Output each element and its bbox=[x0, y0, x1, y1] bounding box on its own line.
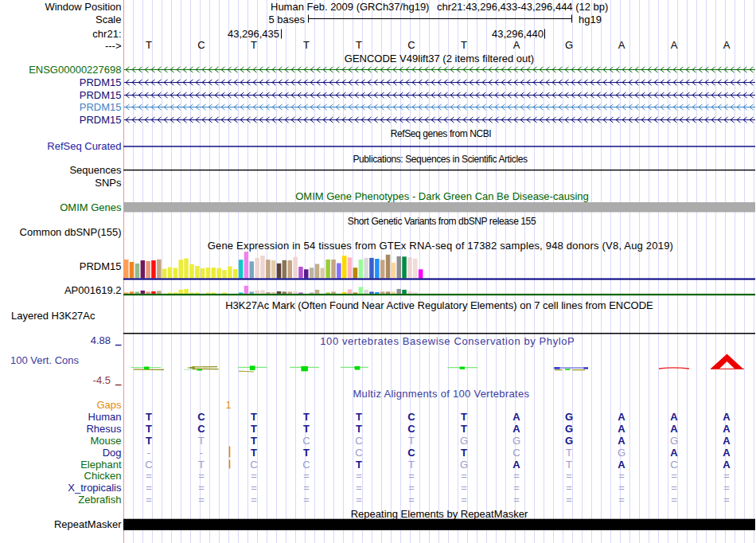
svg-text:T: T bbox=[146, 39, 152, 51]
svg-text:Zebrafish: Zebrafish bbox=[78, 494, 121, 506]
svg-text:Sequences: Sequences bbox=[69, 164, 122, 176]
svg-text:A: A bbox=[723, 39, 731, 51]
svg-text:4.88: 4.88 bbox=[91, 334, 111, 346]
svg-text:Rhesus: Rhesus bbox=[86, 423, 122, 435]
svg-text:chr21:43,296,433-43,296,444 (1: chr21:43,296,433-43,296,444 (12 bp) bbox=[437, 1, 608, 13]
svg-text:1: 1 bbox=[226, 400, 232, 411]
svg-text:100 vertebrates Basewise Conse: 100 vertebrates Basewise Conservation by… bbox=[320, 335, 575, 347]
svg-text:G: G bbox=[565, 39, 573, 51]
svg-text:Mouse: Mouse bbox=[90, 435, 121, 447]
svg-text:GENCODE V49lift37 (2 items fil: GENCODE V49lift37 (2 items filtered out) bbox=[345, 53, 534, 64]
svg-text:C: C bbox=[197, 39, 205, 51]
svg-text:A: A bbox=[513, 39, 520, 51]
svg-text:43,296,440: 43,296,440 bbox=[492, 28, 544, 40]
svg-text:Dog: Dog bbox=[103, 447, 122, 459]
svg-text:SNPs: SNPs bbox=[95, 177, 122, 189]
svg-text:Elephant: Elephant bbox=[80, 459, 122, 471]
svg-text:5 bases: 5 bases bbox=[268, 14, 305, 25]
svg-text:Layered H3K27Ac: Layered H3K27Ac bbox=[11, 310, 95, 322]
svg-text:H3K27Ac Mark (Often Found Near: H3K27Ac Mark (Often Found Near Active Re… bbox=[225, 299, 653, 311]
svg-text:T: T bbox=[461, 39, 467, 51]
svg-text:-4.5: -4.5 bbox=[93, 374, 111, 386]
svg-text:Publications: Sequences in Sci: Publications: Sequences in Scientific Ar… bbox=[353, 154, 527, 165]
svg-text:RepeatMasker: RepeatMasker bbox=[54, 518, 122, 530]
svg-text:RefSeq genes from NCBI: RefSeq genes from NCBI bbox=[391, 128, 492, 139]
svg-text:OMIM Genes: OMIM Genes bbox=[60, 201, 122, 213]
svg-text:A: A bbox=[671, 39, 678, 51]
svg-text:Multiz Alignments of 100 Verte: Multiz Alignments of 100 Vertebrates bbox=[353, 388, 529, 400]
svg-text:Scale: Scale bbox=[95, 14, 122, 25]
svg-text:Short Genetic Variants from db: Short Genetic Variants from dbSNP releas… bbox=[348, 216, 536, 227]
svg-text:PRDM15: PRDM15 bbox=[80, 89, 122, 101]
svg-text:PRDM15: PRDM15 bbox=[80, 260, 122, 272]
svg-text:Repeating Elements by RepeatMa: Repeating Elements by RepeatMasker bbox=[351, 508, 528, 520]
svg-text:100 Vert. Cons: 100 Vert. Cons bbox=[10, 354, 79, 366]
svg-text:PRDM15: PRDM15 bbox=[80, 114, 122, 126]
svg-text:Chicken: Chicken bbox=[84, 470, 122, 482]
svg-text:Window Position: Window Position bbox=[45, 1, 121, 13]
svg-text:chr21:: chr21: bbox=[92, 28, 121, 40]
svg-text:Common dbSNP(155): Common dbSNP(155) bbox=[20, 226, 122, 238]
svg-text:A: A bbox=[618, 39, 625, 51]
svg-text:hg19: hg19 bbox=[579, 14, 602, 25]
svg-text:Human: Human bbox=[88, 411, 122, 423]
svg-text:T: T bbox=[356, 39, 362, 51]
svg-text:PRDM15: PRDM15 bbox=[80, 101, 122, 113]
svg-text:T: T bbox=[251, 39, 257, 51]
svg-text:PRDM15: PRDM15 bbox=[80, 76, 122, 88]
svg-text:ENSG00000227698: ENSG00000227698 bbox=[29, 64, 121, 76]
svg-text:C: C bbox=[407, 39, 415, 51]
svg-text:OMIM Gene Phenotypes - Dark Gr: OMIM Gene Phenotypes - Dark Green Can Be… bbox=[295, 190, 589, 202]
svg-text:Gaps: Gaps bbox=[96, 399, 122, 411]
svg-text:Gene Expression in 54 tissues: Gene Expression in 54 tissues from GTEx … bbox=[208, 240, 673, 252]
svg-text:T: T bbox=[303, 39, 310, 51]
svg-text:43,296,435: 43,296,435 bbox=[228, 28, 279, 40]
svg-text:RefSeq Curated: RefSeq Curated bbox=[47, 140, 121, 152]
svg-text:X_tropicalis: X_tropicalis bbox=[68, 482, 122, 494]
svg-text:Human Feb. 2009 (GRCh37/hg19): Human Feb. 2009 (GRCh37/hg19) bbox=[271, 1, 429, 13]
svg-text:AP001619.2: AP001619.2 bbox=[64, 284, 122, 296]
svg-text:--->: ---> bbox=[105, 40, 122, 52]
